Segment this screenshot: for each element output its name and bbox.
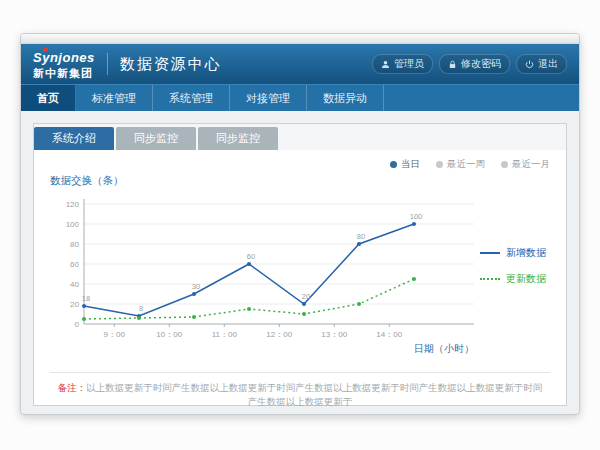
nav-item-integration-mgmt[interactable]: 对接管理 (230, 85, 307, 111)
admin-user-button[interactable]: 管理员 (372, 54, 433, 74)
chart-legend: 新增数据更新数据 (480, 246, 550, 286)
nav-item-home[interactable]: 首页 (21, 85, 76, 111)
range-filter-dot (390, 161, 397, 168)
lock-icon (448, 60, 457, 69)
data-point-new-data (357, 242, 361, 246)
point-label: 18 (82, 294, 90, 303)
y-tick-label: 0 (75, 320, 80, 329)
legend-label: 更新数据 (506, 272, 546, 286)
app-window: Synjones 新中新集团 数据资源中心 管理员 修改密码 (20, 33, 580, 415)
range-filter-label: 最近一周 (447, 158, 485, 171)
y-axis-title: 数据交换（条） (50, 174, 550, 188)
tab-sync-monitor-2[interactable]: 同步监控 (198, 127, 278, 150)
data-point-updated-data (192, 315, 196, 319)
tab-bar: 系统介绍同步监控同步监控 (34, 124, 566, 150)
data-point-updated-data (302, 312, 306, 316)
logo-subtitle: 新中新集团 (33, 68, 95, 79)
range-filter-dot (436, 161, 443, 168)
tab-system-intro[interactable]: 系统介绍 (34, 127, 114, 150)
y-tick-label: 80 (70, 240, 79, 249)
data-point-updated-data (82, 317, 86, 321)
dashboard-panel: 系统介绍同步监控同步监控 当日最近一周最近一月 数据交换（条） 02040608… (33, 123, 567, 406)
power-icon (525, 60, 534, 69)
data-point-new-data (412, 222, 416, 226)
chart-row: 0204060801001209：0010：0011：0012：0013：001… (50, 190, 550, 362)
x-tick-label: 12：00 (266, 330, 292, 339)
range-filter-today[interactable]: 当日 (390, 158, 420, 171)
x-tick-label: 10：00 (156, 330, 182, 339)
point-label: 20 (302, 292, 310, 301)
main-nav: 首页标准管理系统管理对接管理数据异动 (21, 84, 579, 111)
content-area: 系统介绍同步监控同步监控 当日最近一周最近一月 数据交换（条） 02040608… (21, 111, 579, 415)
header-actions: 管理员 修改密码 退出 (372, 54, 567, 74)
data-point-new-data (247, 262, 251, 266)
x-tick-label: 11：00 (212, 330, 238, 339)
logout-button[interactable]: 退出 (516, 54, 567, 74)
legend-line-sample (480, 252, 500, 254)
app-header: Synjones 新中新集团 数据资源中心 管理员 修改密码 (21, 44, 579, 84)
data-point-new-data (82, 304, 86, 308)
data-point-updated-data (247, 307, 251, 311)
point-label: 60 (247, 252, 255, 261)
point-label: 30 (192, 282, 200, 291)
legend-updated-data[interactable]: 更新数据 (480, 272, 550, 286)
y-tick-label: 20 (70, 300, 79, 309)
legend-new-data[interactable]: 新增数据 (480, 246, 550, 260)
note-text: 以上数据更新于时间产生数据以上数据更新于时间产生数据以上数据更新于时间产生数据以… (86, 382, 542, 407)
nav-item-system-mgmt[interactable]: 系统管理 (153, 85, 230, 111)
nav-item-standard-mgmt[interactable]: 标准管理 (76, 85, 153, 111)
line-chart: 0204060801001209：0010：0011：0012：0013：001… (50, 190, 480, 362)
data-point-new-data (192, 292, 196, 296)
window-titlebar (21, 34, 579, 44)
y-tick-label: 60 (70, 260, 79, 269)
nav-item-data-change[interactable]: 数据异动 (307, 85, 384, 111)
y-tick-label: 100 (66, 220, 80, 229)
data-point-new-data (302, 302, 306, 306)
panel-body: 当日最近一周最近一月 数据交换（条） 0204060801001209：0010… (34, 150, 566, 410)
series-line-updated-data (84, 279, 414, 319)
point-label: 100 (410, 212, 423, 221)
data-point-updated-data (137, 316, 141, 320)
range-filter-last-week[interactable]: 最近一周 (436, 158, 485, 171)
legend-line-sample (480, 278, 500, 280)
y-tick-label: 120 (66, 200, 80, 209)
range-filter-legend: 当日最近一周最近一月 (50, 158, 550, 171)
tab-sync-monitor-1[interactable]: 同步监控 (116, 127, 196, 150)
logo-accent (43, 47, 48, 52)
note: 备注：以上数据更新于时间产生数据以上数据更新于时间产生数据以上数据更新于时间产生… (50, 372, 550, 410)
point-label: 8 (139, 304, 143, 313)
range-filter-dot (501, 161, 508, 168)
y-tick-label: 40 (70, 280, 79, 289)
change-password-label: 修改密码 (461, 57, 501, 71)
change-password-button[interactable]: 修改密码 (439, 54, 510, 74)
logo: Synjones 新中新集团 (33, 49, 95, 79)
data-point-updated-data (357, 302, 361, 306)
range-filter-last-month[interactable]: 最近一月 (501, 158, 550, 171)
app-title: 数据资源中心 (120, 55, 222, 74)
x-axis-title: 日期（小时） (414, 343, 474, 354)
x-tick-label: 14：00 (376, 330, 402, 339)
admin-user-label: 管理员 (394, 57, 424, 71)
logo-text: Synjones (33, 51, 95, 64)
note-label: 备注： (58, 382, 87, 393)
logo-wordmark: Synjones (33, 50, 95, 65)
data-point-updated-data (412, 277, 416, 281)
legend-label: 新增数据 (506, 246, 546, 260)
chart-canvas: 0204060801001209：0010：0011：0012：0013：001… (50, 190, 480, 358)
logout-label: 退出 (538, 57, 558, 71)
x-tick-label: 13：00 (321, 330, 347, 339)
range-filter-label: 最近一月 (512, 158, 550, 171)
x-tick-label: 9：00 (104, 330, 126, 339)
point-label: 80 (357, 232, 365, 241)
user-icon (381, 60, 390, 69)
range-filter-label: 当日 (401, 158, 420, 171)
header-divider (107, 53, 108, 75)
